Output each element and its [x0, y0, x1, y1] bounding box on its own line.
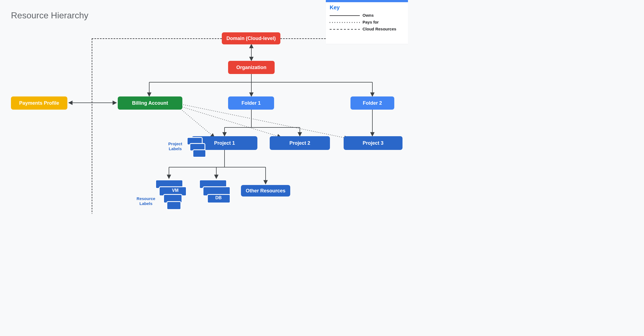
db-label: DB	[210, 194, 227, 201]
node-folder2: Folder 2	[350, 96, 394, 110]
edge-pays-project3	[183, 105, 348, 138]
edge-pays-project1	[181, 109, 214, 137]
node-project2: Project 2	[270, 136, 330, 150]
project-labels-text: ProjectLabels	[166, 141, 185, 151]
vm-stack	[166, 201, 181, 210]
node-folder1: Folder 1	[228, 96, 274, 110]
resource-labels-text: ResourceLabels	[134, 196, 158, 206]
project-labels-stack	[192, 149, 206, 158]
node-billing-account: Billing Account	[118, 96, 182, 110]
vm-label: VM	[166, 187, 184, 194]
node-domain: Domain (Cloud-level)	[222, 32, 280, 44]
node-organization: Organization	[228, 61, 275, 74]
edge-pays-project2	[182, 107, 281, 137]
legend: Key Owns Pays for Cloud Resources	[326, 0, 408, 44]
legend-row-owns: Owns	[326, 12, 408, 19]
legend-row-paysfor: Pays for	[326, 19, 408, 25]
legend-title: Key	[326, 2, 408, 12]
legend-row-cloudres: Cloud Resources	[326, 25, 408, 32]
node-other-resources: Other Resources	[241, 185, 290, 197]
node-payments-profile: Payments Profile	[11, 96, 67, 110]
node-project3: Project 3	[344, 136, 403, 150]
